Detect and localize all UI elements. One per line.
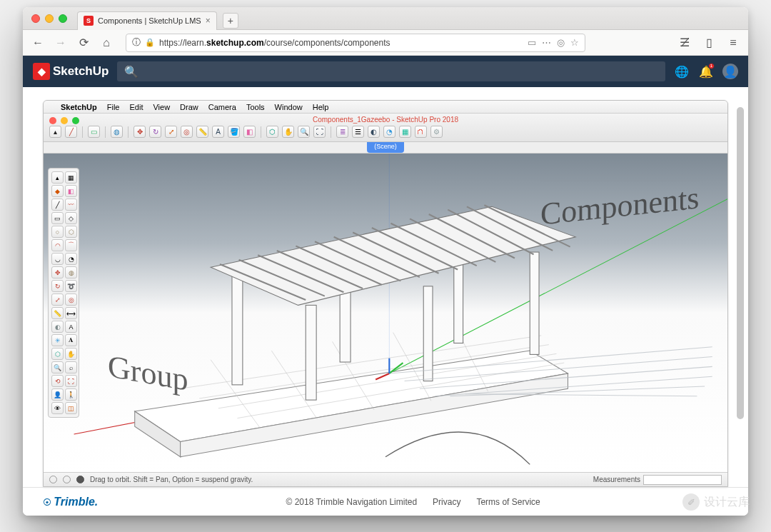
tool-axes[interactable]: ✳ — [51, 334, 64, 346]
menu-window[interactable]: Window — [275, 103, 303, 111]
tool-rotrect[interactable]: ◇ — [65, 212, 77, 224]
tool-extents[interactable]: ⛶ — [313, 126, 326, 138]
back-button[interactable]: ← — [29, 34, 47, 52]
tool-extents-lg[interactable]: ⛶ — [65, 375, 77, 387]
tool-look[interactable]: 👁 — [51, 402, 64, 414]
tool-paint-lg[interactable]: ◆ — [51, 185, 64, 197]
menu-help[interactable]: Help — [313, 103, 329, 111]
tool-walk[interactable]: 🚶 — [65, 388, 77, 401]
tool-text[interactable]: A — [212, 126, 224, 138]
tool-freehand[interactable]: 〰 — [65, 199, 77, 211]
sk-close-button[interactable] — [49, 117, 56, 124]
tool-zoom[interactable]: 🔍 — [298, 126, 310, 138]
tool-position[interactable]: 👤 — [51, 388, 64, 401]
tool-rect[interactable]: ▭ — [88, 126, 100, 138]
tool-outliner[interactable]: ☰ — [352, 126, 364, 138]
tool-pan[interactable]: ✋ — [282, 126, 294, 138]
measurements-input[interactable] — [643, 475, 722, 485]
tool-prev[interactable]: ⟲ — [51, 375, 64, 387]
tool-orbit-lg[interactable]: ⬡ — [51, 348, 64, 360]
tool-pan-lg[interactable]: ✋ — [65, 348, 77, 360]
tool-scale[interactable]: ⤢ — [165, 126, 177, 138]
tool-styles[interactable]: ◔ — [383, 126, 395, 138]
trimble-logo[interactable]: ⦿ Trimble. — [43, 496, 98, 508]
tool-rotate[interactable]: ↻ — [149, 126, 161, 138]
tool-zoom-lg[interactable]: 🔍 — [51, 361, 64, 373]
browser-tab[interactable]: S Components | SketchUp LMS × — [77, 11, 217, 30]
footer-privacy[interactable]: Privacy — [433, 497, 460, 507]
tool-circle[interactable]: ○ — [51, 226, 64, 238]
menu-edit[interactable]: Edit — [129, 103, 143, 111]
tool-orbit[interactable]: ⬡ — [266, 126, 278, 138]
tool-select-lg[interactable]: ▴ — [51, 171, 64, 184]
sketchup-viewport[interactable]: Components Group ▴▦ ◆◧ ╱〰 ▭◇ ○⬡ ◠⌒ ◡◔ ✥◍… — [44, 154, 727, 472]
tool-3arc[interactable]: ◡ — [51, 253, 64, 265]
reload-button[interactable]: ⟳ — [74, 34, 93, 52]
tool-tape-lg[interactable]: 📏 — [51, 307, 64, 319]
tool-scenes[interactable]: ▦ — [399, 126, 411, 138]
tool-line[interactable]: ╱ — [65, 126, 77, 138]
menu-file[interactable]: File — [107, 103, 120, 111]
search-input[interactable]: 🔍 — [117, 61, 665, 81]
tool-layers[interactable]: ≣ — [336, 126, 348, 138]
scene-tab[interactable]: (Scene) — [367, 142, 404, 153]
page-actions-icon[interactable]: ⋯ — [542, 37, 551, 48]
user-avatar[interactable]: 👤 — [722, 64, 738, 79]
sk-zoom-button[interactable] — [72, 117, 79, 124]
home-button[interactable]: ⌂ — [97, 34, 116, 52]
window-maximize-button[interactable] — [59, 14, 67, 23]
tool-move-lg[interactable]: ✥ — [51, 266, 64, 278]
tool-zoomwin[interactable]: ⌕ — [65, 361, 77, 373]
tool-follow[interactable]: ➰ — [65, 280, 77, 292]
tool-text-lg[interactable]: A — [65, 321, 77, 333]
forward-button[interactable]: → — [51, 34, 70, 52]
tool-push-lg[interactable]: ◍ — [65, 266, 77, 278]
tool-tape[interactable]: 📏 — [196, 126, 208, 138]
menu-camera[interactable]: Camera — [208, 103, 236, 111]
tool-eraser-lg[interactable]: ◧ — [65, 185, 77, 197]
tool-section[interactable]: ◫ — [65, 402, 77, 414]
page-scrollbar[interactable] — [737, 107, 744, 507]
tool-shadows[interactable]: ◐ — [368, 126, 380, 138]
status-geo-icon[interactable] — [49, 476, 57, 483]
tab-close-icon[interactable]: × — [206, 16, 211, 26]
status-credits-icon[interactable] — [63, 476, 71, 483]
tool-rotate-lg[interactable]: ↻ — [51, 280, 64, 292]
tool-pie[interactable]: ◔ — [65, 253, 77, 265]
sidebar-icon[interactable]: ▯ — [700, 34, 718, 52]
tool-polygon[interactable]: ⬡ — [65, 226, 77, 238]
tracking-protection-icon[interactable]: ◎ — [557, 37, 565, 48]
site-brand[interactable]: ◆ SketchUp — [33, 63, 109, 80]
tool-3dtext[interactable]: 𝐀 — [65, 334, 77, 346]
menu-draw[interactable]: Draw — [180, 103, 198, 111]
menu-view[interactable]: View — [153, 103, 170, 111]
tool-arc[interactable]: ◠ — [51, 239, 64, 251]
window-close-button[interactable] — [31, 14, 40, 23]
footer-tos[interactable]: Terms of Service — [476, 497, 540, 507]
tool-dim[interactable]: ⟷ — [65, 307, 77, 319]
tool-make-comp[interactable]: ▦ — [65, 171, 77, 184]
tool-paint[interactable]: 🪣 — [228, 126, 240, 138]
status-signin-icon[interactable] — [76, 476, 84, 483]
sk-minimize-button[interactable] — [61, 117, 68, 124]
window-minimize-button[interactable] — [45, 14, 54, 23]
library-icon[interactable]: ☰̸ — [675, 34, 694, 52]
tool-eraser[interactable]: ◧ — [243, 126, 256, 138]
notifications-icon[interactable]: 🔔1 — [698, 64, 714, 79]
tool-offset-lg[interactable]: ◎ — [65, 293, 77, 306]
tool-move[interactable]: ✥ — [133, 126, 146, 138]
tool-2arc[interactable]: ⌒ — [65, 239, 77, 251]
menubar-app-name[interactable]: SketchUp — [61, 103, 97, 111]
tool-warehouse[interactable]: ⛫ — [415, 126, 427, 138]
bookmark-icon[interactable]: ☆ — [570, 37, 579, 48]
scroll-thumb[interactable] — [737, 107, 744, 419]
tool-extension[interactable]: ⚙ — [430, 126, 443, 138]
tool-scale-lg[interactable]: ⤢ — [51, 293, 64, 306]
url-bar[interactable]: ⓘ 🔒 https://learn.sketchup.com/course/co… — [126, 34, 585, 52]
tool-select[interactable]: ▴ — [49, 126, 61, 138]
tool-push[interactable]: ◍ — [111, 126, 123, 138]
new-tab-button[interactable]: + — [223, 13, 238, 29]
language-icon[interactable]: 🌐 — [674, 64, 690, 79]
menu-tools[interactable]: Tools — [246, 103, 265, 111]
tool-rect-lg[interactable]: ▭ — [51, 212, 64, 224]
